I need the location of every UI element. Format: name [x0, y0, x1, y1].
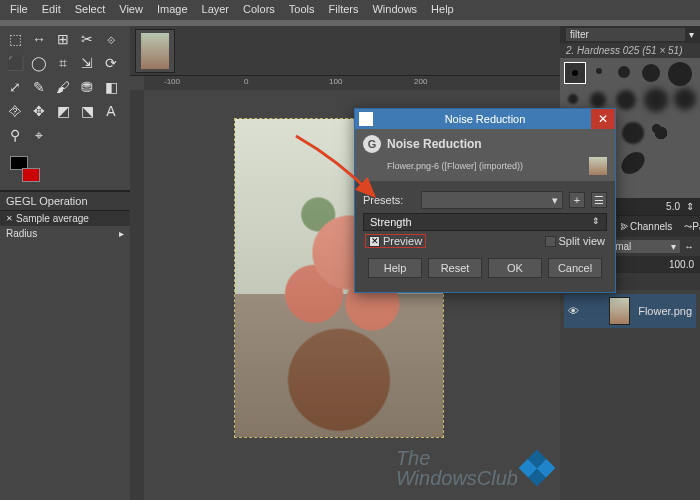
layer-name: Flower.png: [638, 305, 692, 317]
tool-options-radius: Radius ▸: [0, 226, 130, 241]
watermark: The WindowsClub: [396, 448, 550, 488]
strength-spinner-icon[interactable]: ⇕: [592, 216, 600, 228]
help-button[interactable]: Help: [368, 258, 422, 278]
menu-windows[interactable]: Windows: [366, 2, 423, 18]
dialog-title-bar[interactable]: Noise Reduction ✕: [355, 109, 615, 129]
menu-select[interactable]: Select: [69, 2, 112, 18]
tool-scale[interactable]: ⤢: [6, 78, 24, 96]
tab-paths[interactable]: ⤳Paths: [681, 220, 700, 233]
tool-options-item: ✕ Sample average: [0, 211, 130, 226]
close-icon[interactable]: ✕: [6, 214, 13, 223]
dialog-title: Noise Reduction: [445, 113, 526, 125]
brush-selected[interactable]: [564, 62, 586, 84]
menu-image[interactable]: Image: [151, 2, 194, 18]
presets-select[interactable]: ▾: [421, 191, 563, 209]
brush-item[interactable]: [622, 122, 644, 144]
chevron-down-icon[interactable]: ▾: [689, 29, 694, 40]
tool-ellipse-select[interactable]: ◯: [30, 54, 48, 72]
menu-colors[interactable]: Colors: [237, 2, 281, 18]
tool-smudge[interactable]: ⯑: [6, 102, 24, 120]
tool-color-picker[interactable]: ⚲: [6, 126, 24, 144]
brush-item[interactable]: [618, 152, 647, 174]
watermark-line1: The: [396, 448, 518, 468]
brush-item[interactable]: [642, 64, 660, 82]
brush-item[interactable]: [590, 92, 606, 108]
tool-move[interactable]: ⬚: [6, 30, 24, 48]
dialog-image-thumb: [589, 157, 607, 175]
image-tab-flower[interactable]: [135, 29, 175, 73]
brush-item[interactable]: [596, 68, 602, 74]
menu-bar: File Edit Select View Image Layer Colors…: [0, 0, 700, 20]
tool-perspective[interactable]: ⬔: [78, 102, 96, 120]
brush-item[interactable]: [616, 90, 636, 110]
tool-rotate[interactable]: ⟳: [102, 54, 120, 72]
ruler-horizontal: -100 0 100 200: [144, 76, 560, 90]
brush-filter-input[interactable]: filter: [566, 28, 685, 41]
dialog-subtitle-row: Flower.png-6 ([Flower] (imported)): [355, 157, 615, 181]
brush-size-value: 5.0: [666, 201, 680, 212]
brush-item[interactable]: [668, 62, 692, 86]
brush-title: 2. Hardness 025 (51 × 51): [560, 43, 700, 58]
brush-item[interactable]: [568, 94, 578, 104]
tool-crop[interactable]: ⬛: [6, 54, 24, 72]
checkbox-icon: [545, 236, 556, 247]
menu-layer[interactable]: Layer: [196, 2, 236, 18]
tool-grid: ⬚ ↔ ⊞ ✂ ⟐ ⬛ ◯ ⌗ ⇲ ⟳ ⤢ ✎ 🖌 ⛃ ◧ ⯑ ✥ ◩ ⬔ A …: [0, 26, 130, 148]
tool-align[interactable]: ↔: [30, 30, 48, 48]
tool-options-header: GEGL Operation: [0, 191, 130, 211]
layer-thumb: [609, 297, 630, 325]
tool-measure[interactable]: ⌖: [30, 126, 48, 144]
strength-label: Strength: [370, 216, 412, 228]
preset-add-button[interactable]: +: [569, 192, 585, 208]
checkbox-icon: ✕: [369, 236, 380, 247]
ok-button[interactable]: OK: [488, 258, 542, 278]
ruler-mark: 200: [414, 77, 427, 86]
preview-label: Preview: [383, 235, 422, 247]
layer-item[interactable]: 👁 Flower.png: [564, 294, 696, 328]
dialog-header: G Noise Reduction: [355, 129, 615, 157]
chevron-down-icon: ▾: [552, 194, 558, 207]
preset-menu-button[interactable]: ☰: [591, 192, 607, 208]
tool-paths[interactable]: ✥: [30, 102, 48, 120]
visibility-icon[interactable]: 👁: [568, 305, 579, 317]
fg-bg-color-swatch[interactable]: [10, 156, 40, 182]
tool-ink[interactable]: ⛃: [78, 78, 96, 96]
menu-edit[interactable]: Edit: [36, 2, 67, 18]
tool-unified-transform[interactable]: ⌗: [54, 54, 72, 72]
chevron-down-icon: ▾: [671, 241, 676, 252]
brush-item[interactable]: [618, 66, 630, 78]
brush-item[interactable]: [674, 88, 696, 110]
reset-button[interactable]: Reset: [428, 258, 482, 278]
watermark-line2: WindowsClub: [396, 468, 518, 488]
strength-slider[interactable]: Strength ⇕: [363, 213, 607, 231]
menu-help[interactable]: Help: [425, 2, 460, 18]
tool-fuzzy-select[interactable]: ⟐: [102, 30, 120, 48]
brush-item[interactable]: [644, 88, 668, 112]
preview-checkbox[interactable]: ✕ Preview: [365, 234, 426, 248]
mode-switch-icon[interactable]: ↔: [684, 241, 694, 252]
dialog-subtitle: Flower.png-6 ([Flower] (imported)): [387, 161, 523, 171]
cancel-button[interactable]: Cancel: [548, 258, 602, 278]
menu-tools[interactable]: Tools: [283, 2, 321, 18]
tool-gradient[interactable]: ◧: [102, 78, 120, 96]
tool-bucket[interactable]: ⇲: [78, 54, 96, 72]
spinner-icon[interactable]: ⇕: [686, 201, 694, 212]
noise-reduction-dialog: Noise Reduction ✕ G Noise Reduction Flow…: [354, 108, 616, 293]
tool-text[interactable]: A: [102, 102, 120, 120]
background-color[interactable]: [22, 168, 40, 182]
tool-rect-select[interactable]: ⊞: [54, 30, 72, 48]
split-view-checkbox[interactable]: Split view: [545, 234, 605, 248]
tool-paintbrush[interactable]: 🖌: [54, 78, 72, 96]
expand-icon[interactable]: ▸: [119, 228, 124, 239]
menu-view[interactable]: View: [113, 2, 149, 18]
tool-pencil[interactable]: ✎: [30, 78, 48, 96]
menu-filters[interactable]: Filters: [323, 2, 365, 18]
tool-free-select[interactable]: ✂: [78, 30, 96, 48]
menu-file[interactable]: File: [4, 2, 34, 18]
tab-channels[interactable]: ⫸Channels: [617, 220, 675, 233]
tool-flip[interactable]: ◩: [54, 102, 72, 120]
brush-item[interactable]: [650, 122, 672, 144]
gegl-icon: G: [363, 135, 381, 153]
close-button[interactable]: ✕: [591, 109, 615, 129]
watermark-logo-icon: [519, 450, 556, 487]
